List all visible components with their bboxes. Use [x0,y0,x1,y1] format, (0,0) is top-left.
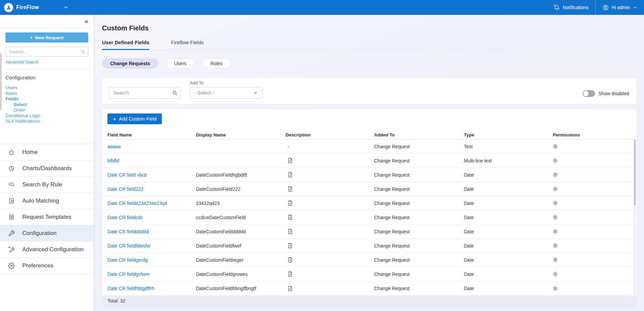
description-doc-icon[interactable] [286,257,374,263]
display-name-cell: DateCustomField222 [196,186,286,192]
pill-users[interactable]: Users [166,58,195,69]
description-doc-icon[interactable] [286,158,374,163]
added-to-cell: Change Request [374,271,464,277]
sidebar-item-label: Preferences [22,262,53,269]
config-link-order[interactable]: Order [14,107,25,112]
entity-pills: Change RequestsUsersRoles [102,58,637,69]
add-to-select[interactable]: - Select - [190,87,262,99]
permissions-icon[interactable] [553,172,637,177]
configuration-section-title: Configuration [5,75,88,80]
collapse-sidebar-icon[interactable]: « [84,18,88,24]
permissions-icon[interactable] [553,186,637,191]
config-link-users[interactable]: Users [5,85,17,90]
auto-matching-icon [8,198,15,204]
permissions-icon[interactable] [553,144,637,149]
table-scrollbar-thumb[interactable] [634,139,636,205]
new-request-label: New Request [35,35,64,40]
permissions-icon[interactable] [553,243,637,248]
notifications-button[interactable]: Notifications [547,0,595,15]
field-name-link[interactable]: Date CR fieldgerdg [107,257,196,263]
sidebar-item-search-by-rule[interactable]: Search By Rule [0,177,94,193]
custom-fields-card: + Add Custom Field Field NameDisplay Nam… [102,109,637,306]
sidebar-item-configuration[interactable]: Configuration [0,225,94,241]
sidebar-item-home[interactable]: Home [0,144,94,160]
advanced-search-link[interactable]: Advanced Search [5,60,39,64]
field-name-link[interactable]: aaaaa [107,144,196,149]
fireflow-logo-icon [4,3,13,12]
sidebar-item-auto-matching[interactable]: Auto Matching [0,193,94,209]
permissions-icon[interactable] [553,158,637,163]
table-row: Date CR fieldgerdgDateCustomFieldregerCh… [102,253,637,267]
display-name-cell: DateCustomFieldfwef [196,243,286,249]
description-doc-icon[interactable] [286,286,374,291]
permissions-icon[interactable] [553,286,637,291]
type-cell: Date [464,286,553,291]
sidebar-search-input[interactable] [5,47,88,57]
tab-fireflow-fields[interactable]: Fireflow Fields [171,40,204,50]
permissions-icon[interactable] [553,215,637,220]
sidebar-item-charts-dashboards[interactable]: Charts/Dashboards [0,160,94,177]
new-request-button[interactable]: + New Request [5,32,88,43]
pill-roles[interactable]: Roles [202,58,231,69]
gear-icon [8,262,15,269]
description-doc-icon[interactable] [286,186,374,192]
description-doc-icon[interactable] [286,243,374,249]
type-cell: Date [464,172,553,178]
field-name-link[interactable]: bfbfbf [107,158,196,163]
config-link-conditional-logic[interactable]: Conditional Logic [5,113,41,118]
display-name-cell: ccdcwDateCustomField [196,215,286,220]
field-name-link[interactable]: Date CR fieldcdc [107,215,196,220]
tab-user-defined-fields[interactable]: User Defined Fields [102,40,149,50]
field-name-link[interactable]: Date CR fieldddddd [107,229,196,234]
add-custom-field-button[interactable]: + Add Custom Field [107,113,162,124]
sidebar-item-request-templates[interactable]: Request Templates [0,209,94,225]
field-name-link[interactable]: Date CR field222 [107,186,196,192]
display-name-cell: DateCustomFieldgrvwes [196,271,286,277]
bell-icon [554,5,560,10]
description-doc-icon[interactable] [286,271,374,277]
description-doc-icon[interactable] [286,200,374,206]
pill-change-requests[interactable]: Change Requests [102,58,158,69]
field-name-link[interactable]: Date CR field4234234e23q4 [107,201,196,206]
config-link-select[interactable]: Select [14,102,27,107]
permissions-icon[interactable] [553,229,637,234]
sidebar-item-preferences[interactable]: Preferences [0,258,94,274]
field-name-link[interactable]: Date CR field vbcb [107,172,196,178]
description-doc-icon[interactable] [286,214,374,220]
type-cell: Date [464,186,553,192]
permissions-icon[interactable] [553,271,637,277]
user-label: Hi admin [612,5,630,10]
display-name-cell: DateCustomFieldhbngtfbngtf [196,286,286,291]
sidebar-scrollbar[interactable] [0,53,2,110]
field-name-link[interactable]: Date CR fieldhbtgdffrh [107,286,196,291]
table-search-input[interactable] [109,87,181,99]
field-name-link[interactable]: Date CR fieldfdwsfw [107,243,196,249]
field-name-link[interactable]: Date CR fieldgvfwre [107,271,196,277]
table-scrollbar-track [634,139,636,295]
column-header-field-name: Field Name [107,132,196,137]
type-cell: Multi-line text [464,158,553,163]
search-icon[interactable] [172,90,178,96]
permissions-icon[interactable] [553,257,637,262]
config-link-roles[interactable]: Roles [5,91,17,96]
description-doc-icon[interactable] [286,172,374,178]
filter-card: Add To - Select - Show disabled [102,78,637,104]
sidebar-item-advanced-configuration[interactable]: Advanced Configuration [0,241,94,258]
user-menu-button[interactable]: Hi admin [596,0,644,15]
description-doc-icon[interactable] [286,229,374,234]
permissions-icon[interactable] [553,201,637,206]
user-chevron-down-icon [633,5,637,10]
added-to-cell: Change Request [374,144,464,149]
display-name-cell: DateCustomFieldreger [196,257,286,263]
show-disabled-toggle[interactable] [583,90,595,97]
column-header-added-to: Added To [374,132,464,137]
added-to-cell: Change Request [374,286,464,291]
config-link-sla-notifications[interactable]: SLA Notifications [5,119,40,124]
type-cell: Date [464,271,553,277]
config-link-fields[interactable]: Fields [5,96,19,101]
add-custom-field-label: Add Custom Field [119,116,156,122]
sidebar-item-label: Charts/Dashboards [22,165,72,172]
brand-chevron-down-icon[interactable] [63,5,69,10]
add-to-label: Add To [190,80,262,85]
table-row: aaaaa-Change RequestText [102,139,637,154]
